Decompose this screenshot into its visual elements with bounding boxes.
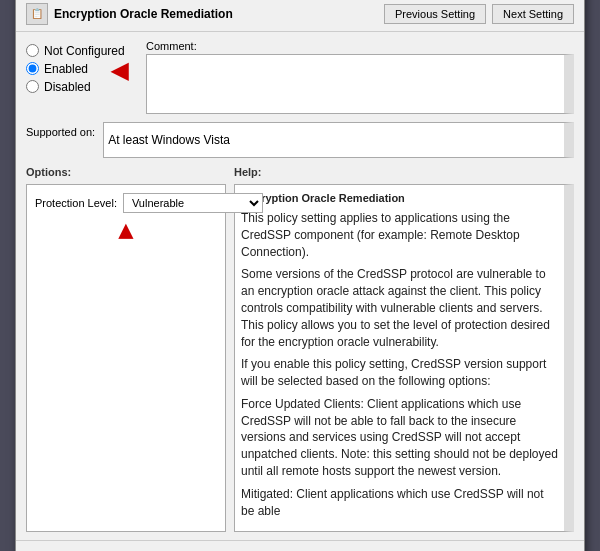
- supported-section: Supported on: At least Windows Vista: [26, 122, 574, 158]
- content-area: Not Configured Enabled ◀ Disabled Commen…: [16, 32, 584, 541]
- protection-label: Protection Level:: [35, 197, 117, 209]
- toolbar-title: Encryption Oracle Remediation: [54, 7, 378, 21]
- bottom-bar: ▶ OK Cancel Apply: [16, 540, 584, 551]
- options-panel: Options: Protection Level: Vulnerable Mi…: [26, 166, 226, 533]
- supported-label: Supported on:: [26, 122, 95, 138]
- toolbar-icon: 📋: [26, 3, 48, 25]
- help-para-5: Mitigated: Client applications which use…: [241, 486, 558, 520]
- radio-not-configured-input[interactable]: [26, 44, 39, 57]
- radio-disabled-input[interactable]: [26, 80, 39, 93]
- top-section: Not Configured Enabled ◀ Disabled Commen…: [26, 40, 574, 114]
- main-dialog: 🔒 Encryption Oracle Remediation — □ ✕ 📋 …: [15, 0, 585, 551]
- comment-textarea[interactable]: [146, 54, 574, 114]
- help-para-2: Some versions of the CredSSP protocol ar…: [241, 266, 558, 350]
- arrow-to-select-container: ▼: [35, 217, 217, 248]
- options-inner: Protection Level: Vulnerable Mitigated F…: [26, 184, 226, 533]
- help-content: Encryption Oracle Remediation This polic…: [234, 184, 574, 533]
- help-para-1: This policy setting applies to applicati…: [241, 210, 558, 260]
- next-setting-button[interactable]: Next Setting: [492, 4, 574, 24]
- arrow-to-select-icon: ▼: [113, 217, 139, 248]
- radio-not-configured[interactable]: Not Configured: [26, 44, 136, 58]
- radio-disabled-label: Disabled: [44, 80, 91, 94]
- toolbar: 📋 Encryption Oracle Remediation Previous…: [16, 0, 584, 32]
- radio-enabled-label: Enabled: [44, 62, 88, 76]
- radio-not-configured-label: Not Configured: [44, 44, 125, 58]
- main-panels: Options: Protection Level: Vulnerable Mi…: [26, 166, 574, 533]
- previous-setting-button[interactable]: Previous Setting: [384, 4, 486, 24]
- protection-row: Protection Level: Vulnerable Mitigated F…: [35, 193, 217, 213]
- radio-enabled-row[interactable]: Enabled ◀: [26, 62, 136, 76]
- help-para-4: Force Updated Clients: Client applicatio…: [241, 396, 558, 480]
- radio-enabled-input[interactable]: [26, 62, 39, 75]
- comment-section: Comment:: [146, 40, 574, 114]
- comment-label: Comment:: [146, 40, 574, 52]
- help-heading: Encryption Oracle Remediation: [241, 191, 558, 206]
- protection-select[interactable]: Vulnerable Mitigated Force Updated Clien…: [123, 193, 263, 213]
- options-label: Options:: [26, 166, 226, 178]
- help-panel: Help: Encryption Oracle Remediation This…: [234, 166, 574, 533]
- help-para-3: If you enable this policy setting, CredS…: [241, 356, 558, 390]
- help-label: Help:: [234, 166, 574, 178]
- supported-value: At least Windows Vista: [103, 122, 574, 158]
- arrow-to-enabled-icon: ◀: [111, 58, 128, 84]
- radio-group: Not Configured Enabled ◀ Disabled: [26, 40, 136, 114]
